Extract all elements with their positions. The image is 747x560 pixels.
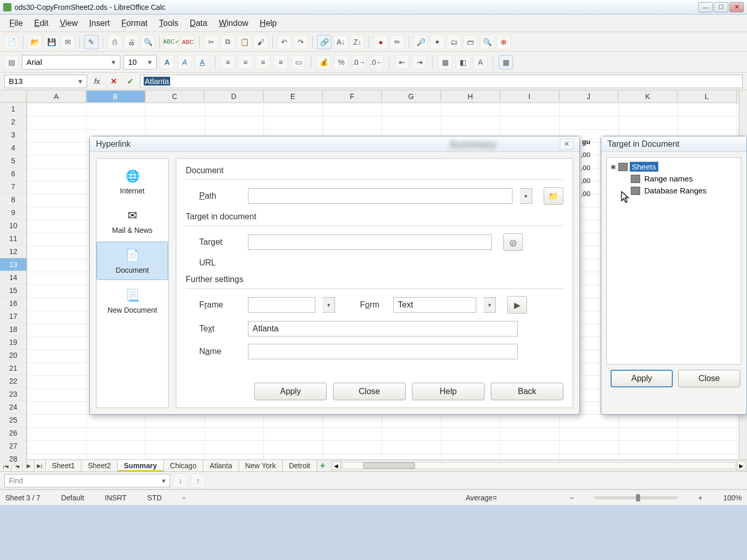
sheet-tab-atlanta[interactable]: Atlanta bbox=[203, 460, 239, 471]
print-preview-icon[interactable]: 🔍 bbox=[141, 35, 155, 49]
email-icon[interactable]: ✉ bbox=[61, 35, 75, 49]
horizontal-scrollbar[interactable]: ◀ ▶ bbox=[330, 460, 747, 471]
sheet-tab-chicago[interactable]: Chicago bbox=[164, 460, 203, 471]
row-header-14[interactable]: 14 bbox=[0, 271, 27, 284]
back-button[interactable]: Back bbox=[491, 383, 563, 400]
row-header-4[interactable]: 4 bbox=[0, 142, 27, 155]
hyperlink-icon[interactable]: 🔗 bbox=[317, 35, 331, 49]
menu-view[interactable]: View bbox=[54, 16, 82, 31]
row-header-3[interactable]: 3 bbox=[0, 129, 27, 142]
scroll-thumb[interactable] bbox=[363, 463, 415, 469]
print-icon[interactable]: 🖨 bbox=[124, 35, 139, 49]
align-right-icon[interactable]: ≡ bbox=[256, 55, 270, 69]
open-icon[interactable]: 📂 bbox=[27, 35, 42, 49]
data-sources-icon[interactable]: 🗃 bbox=[463, 35, 478, 49]
chart-icon[interactable]: ● bbox=[374, 35, 388, 49]
save-icon[interactable]: 💾 bbox=[44, 35, 59, 49]
row-header-26[interactable]: 26 bbox=[0, 427, 27, 440]
font-color-icon[interactable]: A bbox=[473, 55, 488, 69]
row-header-2[interactable]: 2 bbox=[0, 116, 27, 129]
zoom-icon[interactable]: 🔍 bbox=[480, 35, 494, 49]
hyperlink-cat-mail-news[interactable]: ✉Mail & News bbox=[96, 202, 168, 240]
gallery-icon[interactable]: 🗂 bbox=[447, 35, 461, 49]
frame-combo[interactable] bbox=[248, 297, 315, 313]
dialog-titlebar[interactable]: Hyperlink Summary ✕ bbox=[90, 136, 579, 152]
row-header-27[interactable]: 27 bbox=[0, 440, 27, 453]
spellcheck-icon[interactable]: ABC✓ bbox=[164, 35, 178, 49]
open-file-button[interactable]: 📁 bbox=[544, 187, 563, 205]
cancel-edit-icon[interactable]: ✕ bbox=[107, 75, 120, 88]
close-window-button[interactable]: ✕ bbox=[729, 2, 744, 12]
row-header-20[interactable]: 20 bbox=[0, 349, 27, 362]
row-header-17[interactable]: 17 bbox=[0, 310, 27, 323]
font-name-combo[interactable]: Arial ▾ bbox=[22, 55, 120, 69]
find-replace-icon[interactable]: 🔎 bbox=[413, 35, 428, 49]
menu-file[interactable]: File bbox=[4, 16, 28, 31]
status-zoom[interactable]: 100% bbox=[723, 494, 742, 502]
row-header-11[interactable]: 11 bbox=[0, 232, 27, 245]
form-dropdown-icon[interactable]: ▾ bbox=[483, 297, 496, 313]
font-size-combo[interactable]: 10 ▾ bbox=[123, 55, 157, 69]
row-header-25[interactable]: 25 bbox=[0, 414, 27, 427]
maximize-button[interactable]: ☐ bbox=[714, 2, 728, 12]
dialog-close-button[interactable]: ✕ bbox=[560, 138, 573, 150]
row-header-5[interactable]: 5 bbox=[0, 155, 27, 167]
status-average[interactable]: Average= bbox=[466, 494, 497, 502]
decrease-indent-icon[interactable]: ⇤ bbox=[395, 55, 409, 69]
navigator-icon[interactable]: ✦ bbox=[430, 35, 445, 49]
path-input[interactable] bbox=[248, 188, 513, 204]
form-combo[interactable]: Text bbox=[393, 297, 476, 313]
italic-icon[interactable]: A bbox=[177, 55, 192, 69]
row-header-28[interactable]: 28 bbox=[0, 453, 27, 466]
find-next-icon[interactable]: ↓ bbox=[173, 473, 188, 488]
help-icon[interactable]: ⊕ bbox=[496, 35, 511, 49]
sheet-tab-detroit[interactable]: Detroit bbox=[283, 460, 317, 471]
menu-edit[interactable]: Edit bbox=[29, 16, 54, 31]
path-dropdown-icon[interactable]: ▾ bbox=[520, 188, 532, 204]
find-input[interactable]: Find ▾ bbox=[4, 474, 170, 487]
align-justify-icon[interactable]: ≡ bbox=[273, 55, 288, 69]
row-header-6[interactable]: 6 bbox=[0, 167, 27, 180]
close-button[interactable]: Close bbox=[678, 370, 740, 387]
text-input[interactable]: Atlanta bbox=[248, 321, 518, 337]
row-header-1[interactable]: 1 bbox=[0, 103, 27, 116]
sheet-nav-3[interactable]: ▶| bbox=[34, 460, 46, 471]
target-input[interactable] bbox=[248, 234, 492, 250]
menu-data[interactable]: Data bbox=[185, 16, 213, 31]
menu-tools[interactable]: Tools bbox=[154, 16, 184, 31]
menu-format[interactable]: Format bbox=[116, 16, 153, 31]
add-decimal-icon[interactable]: .0→ bbox=[352, 55, 366, 69]
sort-desc-icon[interactable]: Z↓ bbox=[350, 35, 365, 49]
remove-decimal-icon[interactable]: .0← bbox=[369, 55, 384, 69]
currency-icon[interactable]: 💰 bbox=[316, 55, 331, 69]
row-header-7[interactable]: 7 bbox=[0, 180, 27, 193]
hyperlink-cat-new-document[interactable]: 📃New Document bbox=[96, 282, 168, 319]
close-button[interactable]: Close bbox=[333, 383, 406, 400]
row-header-10[interactable]: 10 bbox=[0, 219, 27, 232]
sheet-tab-new-york[interactable]: New York bbox=[239, 460, 283, 471]
auto-spellcheck-icon[interactable]: ABC bbox=[181, 35, 195, 49]
status-std[interactable]: STD bbox=[147, 494, 162, 502]
zoom-slider[interactable] bbox=[594, 496, 677, 499]
show-draw-icon[interactable]: ✏ bbox=[390, 35, 405, 49]
expand-icon[interactable]: ▣ bbox=[610, 163, 616, 170]
bg-color-icon[interactable]: ◧ bbox=[455, 55, 470, 69]
minimize-button[interactable]: — bbox=[698, 2, 713, 12]
row-header-16[interactable]: 16 bbox=[0, 297, 27, 310]
name-input[interactable] bbox=[248, 344, 518, 359]
accept-edit-icon[interactable]: ✓ bbox=[123, 75, 137, 88]
merge-cells-icon[interactable]: ▭ bbox=[291, 55, 306, 69]
undo-icon[interactable]: ↶ bbox=[277, 35, 292, 49]
apply-button[interactable]: Apply bbox=[611, 370, 673, 387]
help-button[interactable]: Help bbox=[412, 383, 485, 400]
paste-icon[interactable]: 📋 bbox=[237, 35, 252, 49]
row-header-21[interactable]: 21 bbox=[0, 362, 27, 375]
row-header-8[interactable]: 8 bbox=[0, 193, 27, 206]
row-header-22[interactable]: 22 bbox=[0, 375, 27, 388]
scroll-left-icon[interactable]: ◀ bbox=[331, 461, 341, 470]
apply-button[interactable]: Apply bbox=[254, 383, 327, 400]
row-header-19[interactable]: 19 bbox=[0, 336, 27, 349]
frame-dropdown-icon[interactable]: ▾ bbox=[323, 297, 335, 313]
zoom-out-icon[interactable]: − bbox=[570, 494, 574, 502]
align-left-icon[interactable]: ≡ bbox=[220, 55, 235, 69]
